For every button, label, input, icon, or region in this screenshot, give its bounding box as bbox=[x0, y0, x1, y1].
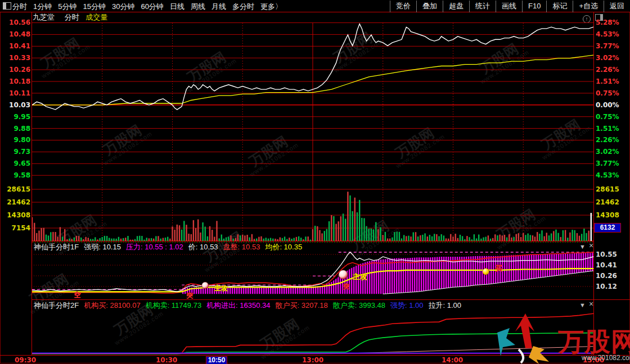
svg-text:主攻: 主攻 bbox=[214, 284, 228, 292]
menu-item-6[interactable]: 日线 bbox=[170, 1, 184, 12]
price-label-7: 10.03 bbox=[1, 101, 30, 109]
menu-item-5[interactable]: 60分钟 bbox=[141, 1, 163, 12]
percent-label-3: 3.02% bbox=[596, 54, 628, 62]
vol-label-right-2: 14308 bbox=[596, 211, 628, 219]
panel2f-bottom-border bbox=[0, 355, 630, 356]
tool-item-6[interactable]: 标记 bbox=[546, 1, 573, 12]
menu-item-7[interactable]: 周线 bbox=[191, 1, 205, 12]
time-cursor-box: 10:50 bbox=[206, 356, 227, 364]
percent-label-1: 4.53% bbox=[596, 30, 628, 38]
percent-label-4: 2.26% bbox=[596, 66, 628, 74]
price-label-13: 9.58 bbox=[1, 171, 30, 179]
p1f-axis-label-2: 10.26 bbox=[596, 272, 628, 280]
svg-text:突: 突 bbox=[186, 292, 193, 299]
current-volume-box: 6132 bbox=[594, 223, 621, 233]
menu-item-0[interactable]: 分时 bbox=[12, 1, 27, 12]
price-label-9: 9.88 bbox=[1, 125, 30, 133]
frame-left bbox=[0, 12, 1, 363]
percent-label-2: 3.77% bbox=[596, 42, 628, 50]
percent-label-9: 1.51% bbox=[596, 125, 628, 133]
panel1f-chart[interactable]: 空突主攻主攻突买 bbox=[32, 242, 594, 299]
price-label-8: 9.95 bbox=[1, 113, 30, 121]
percent-label-12: 3.77% bbox=[596, 160, 628, 167]
price-label-3: 10.33 bbox=[1, 54, 30, 62]
vol-label-left-1: 21462 bbox=[1, 198, 30, 206]
vol-label-left-3: 7154 bbox=[1, 224, 30, 232]
price-label-10: 9.80 bbox=[1, 136, 30, 144]
time-axis[interactable]: 09:3010:3013:0014:0015:00 bbox=[0, 356, 630, 363]
price-label-11: 9.73 bbox=[1, 148, 30, 156]
price-label-1: 10.48 bbox=[1, 30, 30, 38]
menu-bar: 分时1分钟5分钟15分钟30分钟60分钟日线周线月线多分时更多〉 竞价叠加超盘统… bbox=[0, 0, 630, 12]
frame-bottom bbox=[0, 363, 630, 363]
vol-label-right-1: 21462 bbox=[596, 198, 628, 206]
vol-label-right-0: 28615 bbox=[596, 185, 628, 193]
menu-item-3[interactable]: 15分钟 bbox=[83, 1, 105, 12]
price-label-6: 10.11 bbox=[1, 89, 30, 97]
price-label-12: 9.65 bbox=[1, 160, 30, 167]
menu-item-9[interactable]: 多分时 bbox=[232, 1, 254, 12]
main-intraday-chart[interactable] bbox=[32, 12, 594, 242]
period-menu: 分时1分钟5分钟15分钟30分钟60分钟日线周线月线多分时更多〉 bbox=[12, 0, 289, 12]
tool-item-4[interactable]: 画线 bbox=[496, 1, 522, 12]
window-split-icon[interactable] bbox=[3, 2, 11, 10]
tool-item-8[interactable]: 返回 bbox=[604, 1, 630, 12]
svg-text:空: 空 bbox=[74, 291, 81, 299]
svg-text:主攻: 主攻 bbox=[353, 272, 367, 281]
tools-menu: 竞价叠加超盘统计画线F10标记+自选返回 bbox=[390, 0, 630, 12]
axis-border-right bbox=[593, 12, 594, 356]
price-label-0: 10.56 bbox=[1, 19, 30, 26]
menu-item-2[interactable]: 5分钟 bbox=[58, 1, 76, 12]
p1f-axis-label-0: 10.55 bbox=[596, 251, 628, 258]
panel1f-bottom-border bbox=[32, 299, 630, 300]
tool-item-0[interactable]: 竞价 bbox=[390, 1, 416, 12]
tool-item-1[interactable]: 叠加 bbox=[416, 1, 443, 12]
axis-border-left bbox=[32, 12, 32, 356]
percent-label-8: 0.75% bbox=[596, 113, 628, 121]
panel2f-chart[interactable] bbox=[32, 300, 594, 355]
percent-label-6: 0.75% bbox=[596, 89, 628, 97]
tool-item-2[interactable]: 超盘 bbox=[443, 1, 469, 12]
p1f-axis-label-1: 10.41 bbox=[596, 261, 628, 269]
price-label-4: 10.26 bbox=[1, 66, 30, 74]
p1f-axis-label-3: 10.12 bbox=[596, 283, 628, 290]
percent-label-13: 4.53% bbox=[596, 171, 628, 179]
menu-item-4[interactable]: 30分钟 bbox=[112, 1, 134, 12]
svg-text:买: 买 bbox=[495, 264, 502, 272]
svg-text:突: 突 bbox=[343, 283, 350, 290]
tool-item-7[interactable]: +自选 bbox=[573, 1, 604, 12]
percent-label-11: 3.02% bbox=[596, 148, 628, 156]
tool-item-3[interactable]: 统计 bbox=[469, 1, 496, 12]
menu-item-8[interactable]: 月线 bbox=[212, 1, 226, 12]
percent-label-0: 5.28% bbox=[596, 19, 628, 26]
vol-label-left-2: 14308 bbox=[1, 211, 30, 219]
app-window: 万股网www.201082.com万股网www.201082.com万股网www… bbox=[0, 0, 630, 364]
percent-label-5: 1.51% bbox=[596, 78, 628, 85]
tool-item-5[interactable]: F10 bbox=[522, 1, 546, 12]
percent-label-10: 2.26% bbox=[596, 136, 628, 144]
vol-label-left-0: 28615 bbox=[1, 185, 30, 193]
price-label-5: 10.18 bbox=[1, 78, 30, 85]
menu-item-10[interactable]: 更多〉 bbox=[260, 1, 282, 12]
price-label-2: 10.41 bbox=[1, 42, 30, 50]
menu-item-1[interactable]: 1分钟 bbox=[33, 1, 52, 12]
percent-label-7: 0.00% bbox=[596, 101, 628, 109]
